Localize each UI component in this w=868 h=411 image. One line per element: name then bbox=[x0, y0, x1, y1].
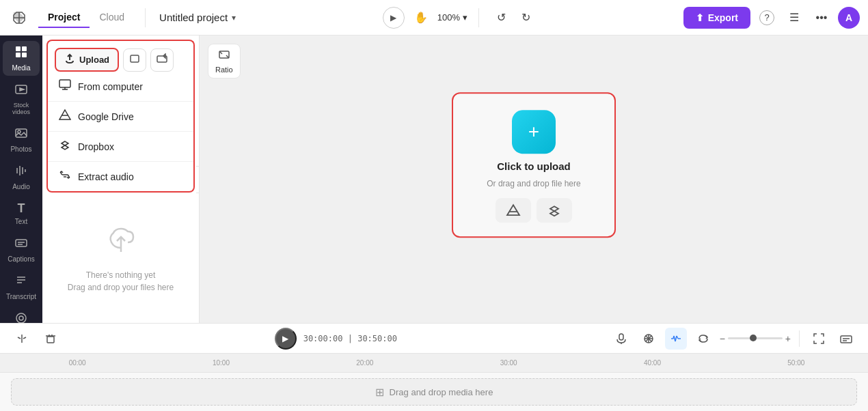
upload-toolbar: Upload bbox=[46, 40, 195, 72]
sidebar-item-media[interactable]: Media bbox=[3, 41, 40, 76]
help-button[interactable]: ? bbox=[756, 7, 778, 29]
canvas-area: Ratio + Click to upload Or drag and drop… bbox=[200, 36, 868, 323]
sidebar-item-transcript[interactable]: Transcript bbox=[3, 270, 40, 304]
undo-button[interactable]: ↺ bbox=[490, 7, 512, 29]
ruler-marks: 00:00 10:00 20:00 30:00 40:00 50:00 bbox=[5, 359, 868, 367]
upload-zone-title: Click to upload bbox=[497, 160, 571, 172]
svg-rect-22 bbox=[59, 80, 70, 87]
empty-text: There's nothing yet Drag and drop your f… bbox=[68, 269, 174, 294]
undo-redo-group: ↺ ↻ bbox=[490, 7, 537, 29]
main-area: Media Stockvideos Photos bbox=[0, 36, 868, 323]
media-panel: Upload bbox=[42, 36, 200, 323]
play-button[interactable]: ▶ bbox=[383, 7, 405, 29]
sidebar-item-stock[interactable]: Stockvideos bbox=[3, 79, 40, 119]
svg-marker-32 bbox=[507, 205, 519, 215]
ratio-button[interactable]: Ratio bbox=[208, 44, 241, 79]
svg-line-52 bbox=[677, 336, 678, 339]
ratio-label: Ratio bbox=[215, 66, 233, 74]
upload-zone-subtitle: Or drag and drop file here bbox=[487, 179, 580, 188]
dropbox-upload-btn[interactable] bbox=[537, 198, 572, 223]
dropbox-item[interactable]: Dropbox bbox=[48, 132, 193, 162]
from-computer-item[interactable]: From computer bbox=[48, 72, 193, 102]
timeline-play-button[interactable]: ▶ bbox=[275, 328, 297, 350]
layout-button[interactable]: ☰ bbox=[783, 7, 805, 29]
computer-icon bbox=[59, 79, 71, 94]
google-drive-label: Google Drive bbox=[78, 111, 134, 122]
zoom-thumb bbox=[750, 335, 757, 341]
zoom-area: 100% ▾ bbox=[437, 12, 467, 23]
captions-icon bbox=[14, 236, 28, 253]
timeline-play-icon: ▶ bbox=[282, 334, 288, 343]
extract-audio-item[interactable]: Extract audio bbox=[48, 162, 193, 191]
zoom-chevron-icon: ▾ bbox=[463, 12, 467, 23]
svg-rect-41 bbox=[619, 334, 623, 340]
beat-button[interactable] bbox=[665, 328, 687, 350]
upload-zone-cloud-options bbox=[496, 198, 572, 223]
drop-media-zone[interactable]: ⊞ Drag and drop media here bbox=[11, 378, 857, 406]
sidebar-item-audio[interactable]: Audio bbox=[3, 160, 40, 195]
tablet-view-button[interactable] bbox=[123, 48, 146, 72]
sidebar-item-text[interactable]: T Text bbox=[3, 197, 40, 229]
tablet-icon bbox=[129, 53, 140, 67]
more-button[interactable]: ••• bbox=[811, 7, 832, 29]
svg-rect-4 bbox=[16, 53, 21, 57]
help-icon: ? bbox=[759, 10, 774, 25]
media-icon bbox=[14, 45, 28, 62]
upload-arrow-icon bbox=[64, 53, 75, 66]
timeline-ruler: 00:00 10:00 20:00 30:00 40:00 50:00 bbox=[0, 354, 868, 373]
zoom-slider[interactable]: − + bbox=[720, 333, 791, 344]
mic-button[interactable] bbox=[610, 328, 632, 350]
tab-project[interactable]: Project bbox=[38, 8, 90, 28]
grid-icon: ⊞ bbox=[375, 386, 384, 399]
google-drive-item[interactable]: Google Drive bbox=[48, 102, 193, 132]
sidebar-item-stickers[interactable]: Stickers bbox=[3, 307, 40, 323]
split-button[interactable] bbox=[11, 328, 33, 350]
tab-cloud[interactable]: Cloud bbox=[90, 8, 134, 28]
sidebar-item-captions[interactable]: Captions bbox=[3, 232, 40, 267]
caption-display-button[interactable] bbox=[835, 328, 857, 350]
camera-view-button[interactable] bbox=[150, 48, 174, 72]
effects-button[interactable] bbox=[638, 328, 660, 350]
ratio-icon bbox=[218, 48, 230, 63]
time-display: 30:00:00 | 30:50:00 bbox=[303, 334, 397, 343]
ruler-mark-0: 00:00 bbox=[5, 359, 149, 367]
svg-rect-3 bbox=[22, 46, 27, 51]
delete-button[interactable] bbox=[40, 328, 62, 350]
layout-icon: ☰ bbox=[789, 11, 799, 24]
chevron-down-icon: ▾ bbox=[232, 13, 236, 23]
play-icon: ▶ bbox=[390, 13, 396, 23]
timeline-track: ⊞ Drag and drop media here bbox=[0, 373, 868, 411]
loop-button[interactable] bbox=[692, 328, 714, 350]
topbar: Project Cloud Untitled project ▾ ▶ ✋ 100… bbox=[0, 0, 868, 36]
text-icon: T bbox=[18, 201, 25, 216]
upload-button[interactable]: Upload bbox=[55, 48, 119, 72]
app-logo[interactable] bbox=[8, 7, 30, 29]
upload-plus-button[interactable]: + bbox=[512, 110, 556, 154]
sidebar-item-photos[interactable]: Photos bbox=[3, 122, 40, 157]
fullscreen-button[interactable] bbox=[808, 328, 830, 350]
google-drive-upload-btn[interactable] bbox=[496, 198, 531, 223]
ruler-mark-5: 50:00 bbox=[724, 359, 868, 367]
avatar[interactable]: A bbox=[838, 7, 860, 29]
drop-media-label: Drag and drop media here bbox=[390, 387, 493, 397]
empty-upload-icon bbox=[103, 222, 139, 264]
ruler-mark-1: 10:00 bbox=[149, 359, 293, 367]
svg-rect-5 bbox=[22, 53, 27, 57]
ruler-mark-2: 20:00 bbox=[293, 359, 437, 367]
upload-zone[interactable]: + Click to upload Or drag and drop file … bbox=[452, 92, 616, 238]
upload-label: Upload bbox=[79, 55, 109, 65]
sidebar-label-photos: Photos bbox=[10, 145, 31, 153]
photos-icon bbox=[14, 126, 28, 143]
project-name-area[interactable]: Untitled project ▾ bbox=[159, 12, 236, 23]
hand-tool-button[interactable]: ✋ bbox=[410, 7, 432, 29]
audio-icon bbox=[14, 164, 28, 181]
camera-icon bbox=[157, 53, 167, 67]
svg-rect-10 bbox=[16, 240, 27, 246]
sidebar-label-transcript: Transcript bbox=[6, 293, 36, 300]
from-computer-label: From computer bbox=[78, 81, 143, 92]
divider-2 bbox=[478, 8, 479, 27]
redo-button[interactable]: ↻ bbox=[515, 7, 537, 29]
sidebar-label-stock: Stockvideos bbox=[12, 102, 30, 115]
export-button[interactable]: ⬆ Export bbox=[683, 7, 750, 29]
topbar-right-controls: ⬆ Export ? ☰ ••• A bbox=[683, 7, 860, 29]
